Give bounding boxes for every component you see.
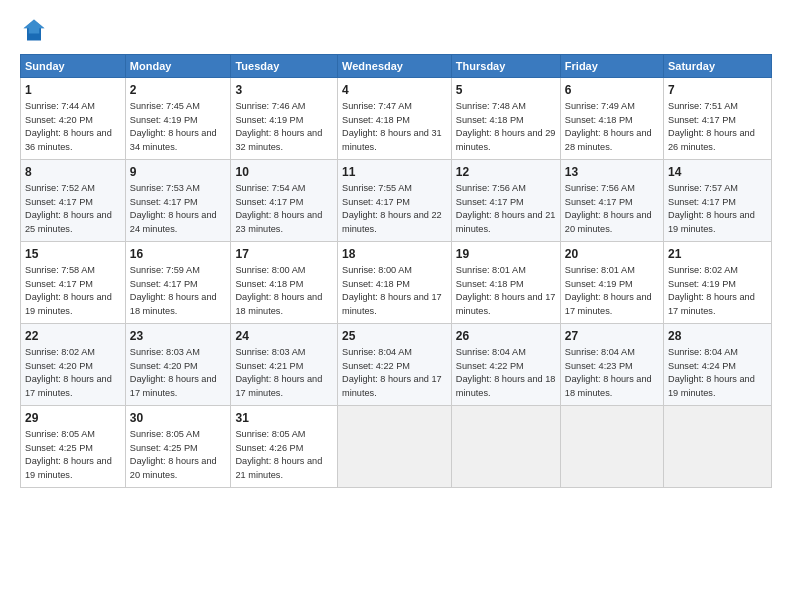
day-number: 14 (668, 164, 767, 180)
day-info: Sunrise: 8:02 AMSunset: 4:20 PMDaylight:… (25, 347, 112, 398)
day-info: Sunrise: 8:01 AMSunset: 4:19 PMDaylight:… (565, 265, 652, 316)
day-cell: 29Sunrise: 8:05 AMSunset: 4:25 PMDayligh… (21, 406, 126, 488)
week-row-4: 22Sunrise: 8:02 AMSunset: 4:20 PMDayligh… (21, 324, 772, 406)
day-cell: 14Sunrise: 7:57 AMSunset: 4:17 PMDayligh… (664, 160, 772, 242)
day-info: Sunrise: 7:59 AMSunset: 4:17 PMDaylight:… (130, 265, 217, 316)
logo (20, 16, 52, 44)
col-header-thursday: Thursday (451, 55, 560, 78)
day-number: 15 (25, 246, 121, 262)
day-info: Sunrise: 8:02 AMSunset: 4:19 PMDaylight:… (668, 265, 755, 316)
header (20, 16, 772, 44)
day-number: 20 (565, 246, 659, 262)
day-info: Sunrise: 7:57 AMSunset: 4:17 PMDaylight:… (668, 183, 755, 234)
calendar-page: SundayMondayTuesdayWednesdayThursdayFrid… (0, 0, 792, 612)
col-header-saturday: Saturday (664, 55, 772, 78)
day-number: 19 (456, 246, 556, 262)
day-number: 12 (456, 164, 556, 180)
day-number: 13 (565, 164, 659, 180)
day-cell: 28Sunrise: 8:04 AMSunset: 4:24 PMDayligh… (664, 324, 772, 406)
day-cell: 21Sunrise: 8:02 AMSunset: 4:19 PMDayligh… (664, 242, 772, 324)
day-number: 23 (130, 328, 227, 344)
day-cell: 16Sunrise: 7:59 AMSunset: 4:17 PMDayligh… (125, 242, 231, 324)
day-info: Sunrise: 7:45 AMSunset: 4:19 PMDaylight:… (130, 101, 217, 152)
day-info: Sunrise: 7:48 AMSunset: 4:18 PMDaylight:… (456, 101, 556, 152)
day-cell: 17Sunrise: 8:00 AMSunset: 4:18 PMDayligh… (231, 242, 338, 324)
day-number: 10 (235, 164, 333, 180)
day-number: 27 (565, 328, 659, 344)
day-cell: 19Sunrise: 8:01 AMSunset: 4:18 PMDayligh… (451, 242, 560, 324)
day-info: Sunrise: 7:53 AMSunset: 4:17 PMDaylight:… (130, 183, 217, 234)
day-cell: 3Sunrise: 7:46 AMSunset: 4:19 PMDaylight… (231, 78, 338, 160)
day-cell: 12Sunrise: 7:56 AMSunset: 4:17 PMDayligh… (451, 160, 560, 242)
day-number: 18 (342, 246, 447, 262)
day-cell (560, 406, 663, 488)
day-number: 31 (235, 410, 333, 426)
day-cell: 1Sunrise: 7:44 AMSunset: 4:20 PMDaylight… (21, 78, 126, 160)
day-number: 26 (456, 328, 556, 344)
day-info: Sunrise: 8:00 AMSunset: 4:18 PMDaylight:… (235, 265, 322, 316)
day-info: Sunrise: 7:55 AMSunset: 4:17 PMDaylight:… (342, 183, 442, 234)
day-info: Sunrise: 7:58 AMSunset: 4:17 PMDaylight:… (25, 265, 112, 316)
day-info: Sunrise: 7:46 AMSunset: 4:19 PMDaylight:… (235, 101, 322, 152)
day-number: 5 (456, 82, 556, 98)
day-cell: 25Sunrise: 8:04 AMSunset: 4:22 PMDayligh… (338, 324, 452, 406)
svg-marker-1 (24, 20, 45, 34)
day-cell: 15Sunrise: 7:58 AMSunset: 4:17 PMDayligh… (21, 242, 126, 324)
day-cell (451, 406, 560, 488)
day-info: Sunrise: 7:52 AMSunset: 4:17 PMDaylight:… (25, 183, 112, 234)
day-cell: 24Sunrise: 8:03 AMSunset: 4:21 PMDayligh… (231, 324, 338, 406)
day-cell: 7Sunrise: 7:51 AMSunset: 4:17 PMDaylight… (664, 78, 772, 160)
day-info: Sunrise: 7:44 AMSunset: 4:20 PMDaylight:… (25, 101, 112, 152)
day-info: Sunrise: 8:03 AMSunset: 4:21 PMDaylight:… (235, 347, 322, 398)
day-info: Sunrise: 7:56 AMSunset: 4:17 PMDaylight:… (456, 183, 556, 234)
day-cell: 4Sunrise: 7:47 AMSunset: 4:18 PMDaylight… (338, 78, 452, 160)
day-cell (664, 406, 772, 488)
week-row-5: 29Sunrise: 8:05 AMSunset: 4:25 PMDayligh… (21, 406, 772, 488)
col-header-wednesday: Wednesday (338, 55, 452, 78)
day-cell: 5Sunrise: 7:48 AMSunset: 4:18 PMDaylight… (451, 78, 560, 160)
day-info: Sunrise: 8:05 AMSunset: 4:25 PMDaylight:… (25, 429, 112, 480)
day-cell: 27Sunrise: 8:04 AMSunset: 4:23 PMDayligh… (560, 324, 663, 406)
day-info: Sunrise: 7:49 AMSunset: 4:18 PMDaylight:… (565, 101, 652, 152)
calendar-table: SundayMondayTuesdayWednesdayThursdayFrid… (20, 54, 772, 488)
day-cell: 18Sunrise: 8:00 AMSunset: 4:18 PMDayligh… (338, 242, 452, 324)
col-header-friday: Friday (560, 55, 663, 78)
day-cell: 8Sunrise: 7:52 AMSunset: 4:17 PMDaylight… (21, 160, 126, 242)
col-header-sunday: Sunday (21, 55, 126, 78)
day-info: Sunrise: 8:01 AMSunset: 4:18 PMDaylight:… (456, 265, 556, 316)
day-cell: 6Sunrise: 7:49 AMSunset: 4:18 PMDaylight… (560, 78, 663, 160)
day-info: Sunrise: 7:56 AMSunset: 4:17 PMDaylight:… (565, 183, 652, 234)
day-number: 30 (130, 410, 227, 426)
day-cell: 22Sunrise: 8:02 AMSunset: 4:20 PMDayligh… (21, 324, 126, 406)
day-number: 7 (668, 82, 767, 98)
day-number: 9 (130, 164, 227, 180)
day-cell: 26Sunrise: 8:04 AMSunset: 4:22 PMDayligh… (451, 324, 560, 406)
week-row-1: 1Sunrise: 7:44 AMSunset: 4:20 PMDaylight… (21, 78, 772, 160)
day-info: Sunrise: 8:04 AMSunset: 4:23 PMDaylight:… (565, 347, 652, 398)
day-cell: 13Sunrise: 7:56 AMSunset: 4:17 PMDayligh… (560, 160, 663, 242)
day-cell: 11Sunrise: 7:55 AMSunset: 4:17 PMDayligh… (338, 160, 452, 242)
day-number: 21 (668, 246, 767, 262)
day-number: 22 (25, 328, 121, 344)
week-row-3: 15Sunrise: 7:58 AMSunset: 4:17 PMDayligh… (21, 242, 772, 324)
day-info: Sunrise: 7:47 AMSunset: 4:18 PMDaylight:… (342, 101, 442, 152)
day-number: 25 (342, 328, 447, 344)
day-number: 24 (235, 328, 333, 344)
logo-icon (20, 16, 48, 44)
day-info: Sunrise: 8:04 AMSunset: 4:24 PMDaylight:… (668, 347, 755, 398)
col-header-tuesday: Tuesday (231, 55, 338, 78)
day-info: Sunrise: 8:03 AMSunset: 4:20 PMDaylight:… (130, 347, 217, 398)
day-number: 29 (25, 410, 121, 426)
day-cell: 31Sunrise: 8:05 AMSunset: 4:26 PMDayligh… (231, 406, 338, 488)
day-cell: 9Sunrise: 7:53 AMSunset: 4:17 PMDaylight… (125, 160, 231, 242)
day-info: Sunrise: 7:54 AMSunset: 4:17 PMDaylight:… (235, 183, 322, 234)
day-cell: 10Sunrise: 7:54 AMSunset: 4:17 PMDayligh… (231, 160, 338, 242)
day-number: 3 (235, 82, 333, 98)
day-info: Sunrise: 8:00 AMSunset: 4:18 PMDaylight:… (342, 265, 442, 316)
day-number: 6 (565, 82, 659, 98)
day-number: 11 (342, 164, 447, 180)
day-cell: 30Sunrise: 8:05 AMSunset: 4:25 PMDayligh… (125, 406, 231, 488)
day-info: Sunrise: 7:51 AMSunset: 4:17 PMDaylight:… (668, 101, 755, 152)
day-cell (338, 406, 452, 488)
day-number: 4 (342, 82, 447, 98)
